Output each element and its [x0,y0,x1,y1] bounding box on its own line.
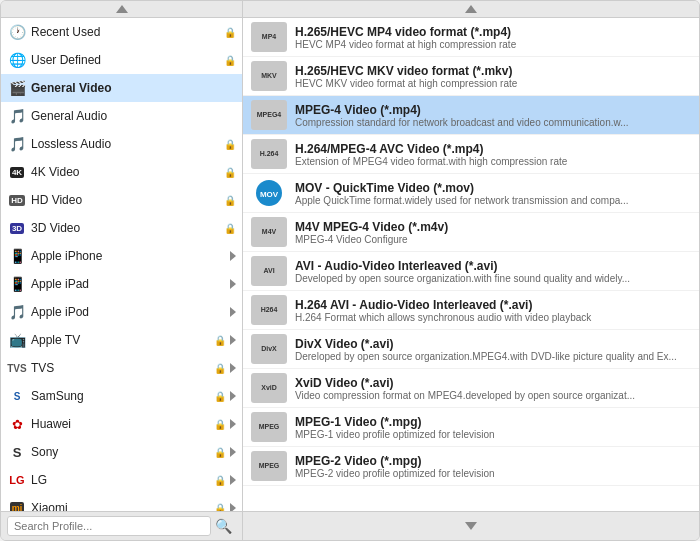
hd-video-lock-icon: 🔒 [224,195,236,206]
svg-text:MOV: MOV [260,190,279,199]
format-item-h265-mp4[interactable]: MP4 H.265/HEVC MP4 video format (*.mp4)H… [243,18,699,57]
left-scroll-up[interactable] [1,1,243,17]
mpeg1-format-icon: MPEG [251,412,287,442]
lg-label: LG [31,473,212,487]
m4v-format-title: M4V MPEG-4 Video (*.m4v) [295,220,691,234]
3d-video-icon: 3D [7,218,27,238]
right-scroll-up[interactable] [243,1,699,17]
sidebar-item-xiaomi[interactable]: miXiaomi🔒 [1,494,242,511]
avi-format-info: AVI - Audio-Video Interleaved (*.avi)Dev… [295,259,691,284]
mov-format-desc: Apple QuickTime format.widely used for n… [295,195,691,206]
xiaomi-label: Xiaomi [31,501,212,511]
sidebar-item-samsung[interactable]: SSamSung🔒 [1,382,242,410]
user-defined-icon: 🌐 [7,50,27,70]
recent-used-icon: 🕐 [7,22,27,42]
huawei-chevron-icon [230,419,236,429]
format-item-mpeg2[interactable]: MPEG MPEG-2 Video (*.mpg)MPEG-2 video pr… [243,447,699,486]
sidebar-item-recent-used[interactable]: 🕐Recent Used🔒 [1,18,242,46]
m4v-format-info: M4V MPEG-4 Video (*.m4v)MPEG-4 Video Con… [295,220,691,245]
xiaomi-icon: mi [7,498,27,511]
h264-avi-format-info: H.264 AVI - Audio-Video Interleaved (*.a… [295,298,691,323]
sidebar-item-4k-video[interactable]: 4K4K Video🔒 [1,158,242,186]
general-video-icon: 🎬 [7,78,27,98]
sidebar-item-apple-iphone[interactable]: 📱Apple iPhone [1,242,242,270]
apple-ipad-icon: 📱 [7,274,27,294]
sidebar-item-user-defined[interactable]: 🌐User Defined🔒 [1,46,242,74]
sony-lock-icon: 🔒 [214,447,226,458]
sidebar-item-general-video[interactable]: 🎬General Video [1,74,242,102]
tvs-lock-icon: 🔒 [214,363,226,374]
lg-chevron-icon [230,475,236,485]
apple-iphone-icon: 📱 [7,246,27,266]
avi-format-icon: AVI [251,256,287,286]
sidebar-item-apple-ipad[interactable]: 📱Apple iPad [1,270,242,298]
sidebar-item-hd-video[interactable]: HDHD Video🔒 [1,186,242,214]
sidebar-item-apple-ipod[interactable]: 🎵Apple iPod [1,298,242,326]
hd-video-icon: HD [7,190,27,210]
format-item-h264-mp4[interactable]: H.264 H.264/MPEG-4 AVC Video (*.mp4)Exte… [243,135,699,174]
divx-format-info: DivX Video (*.avi)Dereloped by open sour… [295,337,691,362]
xiaomi-chevron-icon [230,503,236,511]
sidebar-item-huawei[interactable]: ✿Huawei🔒 [1,410,242,438]
format-item-mpeg1[interactable]: MPEG MPEG-1 Video (*.mpg)MPEG-1 video pr… [243,408,699,447]
xvid-format-desc: Video compression format on MPEG4.develo… [295,390,691,401]
m4v-format-desc: MPEG-4 Video Configure [295,234,691,245]
mpeg4-mp4-format-info: MPEG-4 Video (*.mp4)Compression standard… [295,103,691,128]
format-item-divx[interactable]: DivX DivX Video (*.avi)Dereloped by open… [243,330,699,369]
4k-video-icon: 4K [7,162,27,182]
recent-used-lock-icon: 🔒 [224,27,236,38]
right-down-arrow-icon [465,522,477,530]
h265-mkv-format-title: H.265/HEVC MKV video format (*.mkv) [295,64,691,78]
right-scroll-down[interactable] [243,518,699,534]
mpeg2-format-info: MPEG-2 Video (*.mpg)MPEG-2 video profile… [295,454,691,479]
xvid-format-icon: XviD [251,373,287,403]
apple-tv-chevron-icon [230,335,236,345]
main-container: 🕐Recent Used🔒🌐User Defined🔒🎬General Vide… [0,0,700,541]
mpeg4-mp4-format-desc: Compression standard for network broadca… [295,117,691,128]
3d-video-lock-icon: 🔒 [224,223,236,234]
sidebar-item-apple-tv[interactable]: 📺Apple TV🔒 [1,326,242,354]
format-item-xvid[interactable]: XviD XviD Video (*.avi)Video compression… [243,369,699,408]
sidebar-item-lg[interactable]: LGLG🔒 [1,466,242,494]
h264-avi-format-icon: H264 [251,295,287,325]
format-item-mpeg4-mp4[interactable]: MPEG4 MPEG-4 Video (*.mp4)Compression st… [243,96,699,135]
huawei-label: Huawei [31,417,212,431]
4k-video-label: 4K Video [31,165,222,179]
avi-format-desc: Developed by open source organization.wi… [295,273,691,284]
search-input[interactable] [7,516,211,536]
sidebar-item-general-audio[interactable]: 🎵General Audio [1,102,242,130]
search-button[interactable]: 🔍 [211,516,236,536]
format-item-h265-mkv[interactable]: MKV H.265/HEVC MKV video format (*.mkv)H… [243,57,699,96]
format-item-m4v[interactable]: M4V M4V MPEG-4 Video (*.m4v)MPEG-4 Video… [243,213,699,252]
right-panel: MP4 H.265/HEVC MP4 video format (*.mp4)H… [243,18,699,511]
main-content: 🕐Recent Used🔒🌐User Defined🔒🎬General Vide… [1,18,699,511]
mpeg4-mp4-format-title: MPEG-4 Video (*.mp4) [295,103,691,117]
sidebar-item-3d-video[interactable]: 3D3D Video🔒 [1,214,242,242]
format-item-mov[interactable]: MOVMOV - QuickTime Video (*.mov)Apple Qu… [243,174,699,213]
h265-mp4-format-title: H.265/HEVC MP4 video format (*.mp4) [295,25,691,39]
apple-ipod-chevron-icon [230,307,236,317]
format-item-avi[interactable]: AVI AVI - Audio-Video Interleaved (*.avi… [243,252,699,291]
lg-icon: LG [7,470,27,490]
h265-mp4-format-icon: MP4 [251,22,287,52]
mpeg1-format-desc: MPEG-1 video profile optimized for telev… [295,429,691,440]
user-defined-lock-icon: 🔒 [224,55,236,66]
apple-tv-lock-icon: 🔒 [214,335,226,346]
sidebar-item-lossless-audio[interactable]: 🎵Lossless Audio🔒 [1,130,242,158]
huawei-icon: ✿ [7,414,27,434]
mpeg1-format-title: MPEG-1 Video (*.mpg) [295,415,691,429]
user-defined-label: User Defined [31,53,222,67]
sidebar-item-tvs[interactable]: TVSTVS🔒 [1,354,242,382]
4k-video-lock-icon: 🔒 [224,167,236,178]
format-item-h264-avi[interactable]: H264 H.264 AVI - Audio-Video Interleaved… [243,291,699,330]
bottom-bar: 🔍 [1,511,699,540]
tvs-chevron-icon [230,363,236,373]
bottom-left: 🔍 [1,512,243,540]
mov-format-title: MOV - QuickTime Video (*.mov) [295,181,691,195]
mov-format-icon: MOV [251,178,287,208]
apple-iphone-label: Apple iPhone [31,249,226,263]
huawei-lock-icon: 🔒 [214,419,226,430]
apple-tv-label: Apple TV [31,333,212,347]
mov-format-info: MOV - QuickTime Video (*.mov)Apple Quick… [295,181,691,206]
sidebar-item-sony[interactable]: SSony🔒 [1,438,242,466]
